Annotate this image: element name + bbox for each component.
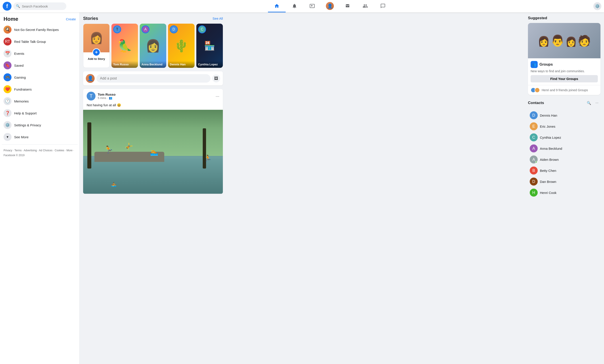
- contact-item-cynthia-lopez[interactable]: C Cynthia Lopez: [528, 132, 601, 143]
- contact-item-dennis-han[interactable]: D Dennis Han: [528, 110, 601, 121]
- search-bar[interactable]: 🔍: [13, 2, 66, 10]
- person-2: 👨: [551, 34, 565, 47]
- post-time: 5 mins · 👥: [98, 96, 213, 100]
- profile-nav-button[interactable]: 👤: [321, 0, 339, 12]
- contacts-search-button[interactable]: 🔍: [585, 99, 592, 107]
- post-text: Not having fun at all 😄: [83, 103, 223, 110]
- settings-icon: ⚙️: [5, 122, 10, 127]
- contact-item-anna-becklund[interactable]: A Anna Becklund: [528, 143, 601, 154]
- contact-avatar: C: [530, 133, 538, 141]
- find-groups-button[interactable]: Find Your Groups: [531, 75, 598, 82]
- settings-button[interactable]: ⚙️: [593, 2, 601, 10]
- composer-avatar: 👤: [86, 74, 95, 83]
- water: [83, 158, 223, 194]
- sidebar-item-settings[interactable]: ⚙️ Settings & Privacy: [2, 119, 78, 131]
- story-card-anna-becklund[interactable]: A 👩 Anna Becklund: [140, 24, 166, 68]
- groups-card-image: 👩 👨 👩 🧑: [528, 23, 601, 58]
- messenger-nav-button[interactable]: [374, 0, 392, 12]
- contact-avatar: A: [530, 145, 538, 152]
- sidebar-item-label: Help & Support: [14, 111, 37, 115]
- groups-nav-button[interactable]: [356, 0, 374, 12]
- sidebar-item-memories[interactable]: 🕐 Memories: [2, 96, 78, 107]
- sidebar-item-saved[interactable]: 🔖 Saved: [2, 60, 78, 71]
- sidebar-item-family-recipes[interactable]: 🍳 Not-So-Secret Family Recipes: [2, 24, 78, 35]
- home-title: Home: [3, 16, 18, 22]
- watch-nav-button[interactable]: [303, 0, 321, 12]
- facebook-logo[interactable]: f: [3, 2, 12, 11]
- contact-avatar: A: [530, 156, 538, 163]
- contact-item-dan-brown[interactable]: D Dan Brown: [528, 176, 601, 187]
- groups-card-header: 👥 Groups: [531, 61, 598, 68]
- post-header: T Tom Russo 5 mins · 👥 ···: [83, 89, 223, 103]
- footer-link[interactable]: More: [66, 149, 73, 152]
- groups-card-body: 👥 Groups New ways to find and join commu…: [528, 58, 601, 85]
- fundraisers-icon: ❤️: [5, 87, 10, 92]
- story-overlay-dennis: Dennis Han: [168, 61, 195, 68]
- add-story-card[interactable]: + 👩 Add to Story: [83, 24, 110, 68]
- sidebar-header: Home Create: [2, 14, 78, 24]
- footer-link[interactable]: Cookies: [55, 149, 64, 152]
- notifications-nav-button[interactable]: [286, 0, 303, 12]
- home-nav-button[interactable]: [268, 0, 286, 12]
- sidebar-item-red-table[interactable]: RT Red Table Talk Group: [2, 36, 78, 47]
- story-card-cynthia-lopez[interactable]: C 🏪 Cynthia Lopez: [196, 24, 223, 68]
- sidebar-item-see-more[interactable]: ▼ See More: [2, 131, 78, 143]
- red-table-icon: RT: [5, 39, 10, 44]
- contact-item-aiden-brown[interactable]: A Aiden Brown: [528, 154, 601, 165]
- see-all-stories-button[interactable]: See All: [213, 17, 223, 20]
- person-4: 🧑: [578, 35, 591, 47]
- contact-avatar: D: [530, 178, 538, 185]
- photo-upload-button[interactable]: 🖼: [212, 74, 220, 82]
- add-story-label: Add to Story: [88, 57, 105, 61]
- contacts-title: Contacts: [528, 101, 544, 105]
- sidebar-item-label: Gaming: [14, 75, 26, 79]
- sidebar-item-help-support[interactable]: ❓ Help & Support: [2, 107, 78, 119]
- friends-joined-text: Henri and 9 friends joined Groups: [542, 88, 588, 92]
- friend-avatar: [535, 87, 540, 93]
- post-card: T Tom Russo 5 mins · 👥 ··· Not having fu…: [83, 89, 223, 194]
- contact-item-henri-cook[interactable]: H Henri Cook: [528, 187, 601, 198]
- gaming-icon: 🎮: [5, 75, 10, 80]
- groups-suggested-card: 👩 👨 👩 🧑 👥 Groups New ways to find and jo…: [528, 23, 601, 95]
- post-more-button[interactable]: ···: [215, 94, 219, 99]
- groups-card-title: Groups: [540, 62, 553, 67]
- create-button[interactable]: Create: [66, 17, 76, 21]
- footer-link[interactable]: Advertising: [24, 149, 37, 152]
- marketplace-nav-button[interactable]: [339, 0, 356, 12]
- contact-name: Dennis Han: [540, 113, 557, 117]
- topnav-right: ⚙️: [593, 2, 601, 10]
- post-author-name[interactable]: Tom Russo: [98, 93, 213, 96]
- contact-name: Betty Chen: [540, 169, 556, 172]
- footer-link[interactable]: Privacy: [3, 149, 12, 152]
- add-story-bg: + 👩: [83, 24, 109, 52]
- contact-item-eric-jones[interactable]: E Eric Jones: [528, 121, 601, 132]
- search-input[interactable]: [22, 4, 64, 8]
- main-feed: Stories See All + 👩 Add to Story T 🦜 Tom…: [80, 12, 226, 364]
- memories-icon: 🕐: [5, 99, 10, 104]
- sidebar-item-events[interactable]: 📅 Events: [2, 48, 78, 59]
- see-more-icon: ▼: [6, 135, 9, 139]
- add-story-person: 👩: [83, 24, 109, 52]
- stories-row: + 👩 Add to Story T 🦜 Tom Russo A 👩: [83, 24, 223, 68]
- contact-avatar: H: [530, 189, 538, 197]
- contact-avatar: D: [530, 111, 538, 119]
- contacts-more-button[interactable]: ···: [593, 99, 601, 107]
- post-author-avatar[interactable]: T: [87, 92, 96, 100]
- contact-name: Henri Cook: [540, 191, 556, 194]
- post-input[interactable]: [96, 74, 211, 83]
- sidebar-item-fundraisers[interactable]: ❤️ Fundraisers: [2, 84, 78, 95]
- sidebar-footer: Privacy · Terms · Advertising · Ad Choic…: [2, 146, 78, 159]
- story-card-dennis-han[interactable]: D 🌵 Dennis Han: [168, 24, 195, 68]
- contact-avatar: B: [530, 167, 538, 174]
- footer-copyright: Facebook © 2019: [3, 154, 25, 157]
- sidebar-item-gaming[interactable]: 🎮 Gaming: [2, 72, 78, 83]
- footer-link[interactable]: Terms: [14, 149, 22, 152]
- story-overlay-tom: Tom Russo: [112, 61, 138, 68]
- footer-link[interactable]: Ad Choices: [39, 149, 52, 152]
- story-card-tom-russo[interactable]: T 🦜 Tom Russo: [112, 24, 138, 68]
- story-overlay-anna: Anna Becklund: [140, 61, 166, 68]
- composer-avatar-icon: 👤: [87, 75, 93, 81]
- family-recipes-icon: 🍳: [5, 27, 10, 32]
- contact-item-betty-chen[interactable]: B Betty Chen: [528, 165, 601, 176]
- search-icon: 🔍: [16, 4, 20, 8]
